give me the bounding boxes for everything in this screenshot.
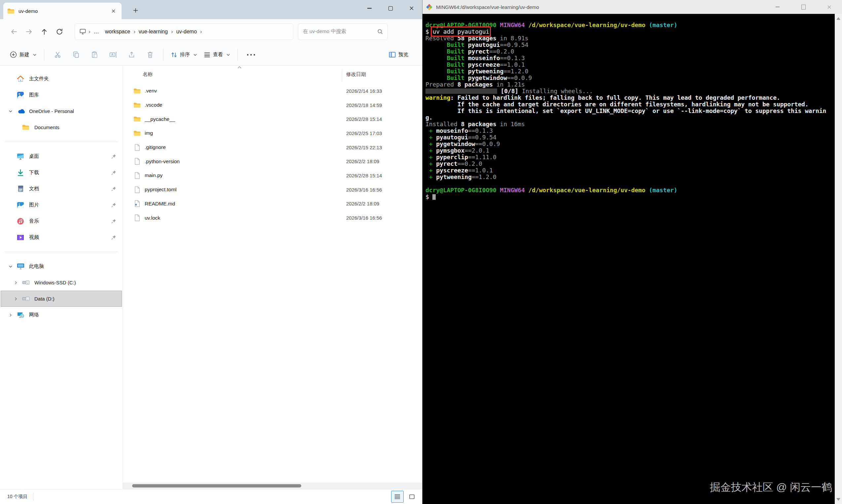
file-row[interactable]: img2026/2/25 17:03 xyxy=(123,126,422,140)
file-name: img xyxy=(145,130,153,136)
tab-close-icon[interactable] xyxy=(109,6,118,15)
new-tab-button[interactable] xyxy=(129,5,141,16)
chevron-right-icon[interactable] xyxy=(10,297,21,301)
terminal-scrollbar[interactable] xyxy=(835,14,842,504)
pin-icon xyxy=(111,202,116,208)
terminal-maximize-button[interactable] xyxy=(790,0,816,14)
sort-icon xyxy=(171,52,177,58)
desktop-icon xyxy=(16,153,25,160)
search-placeholder: 在 uv-demo 中搜索 xyxy=(303,28,346,35)
terminal-close-button[interactable] xyxy=(816,0,842,14)
breadcrumb-separator: › xyxy=(171,29,174,35)
status-bar: 10 个项目 xyxy=(0,489,422,504)
maximize-icon xyxy=(389,6,393,11)
file-row[interactable]: main.py2026/2/28 15:14 xyxy=(123,168,422,183)
file-row[interactable]: pyproject.toml2026/3/16 16:56 xyxy=(123,183,422,197)
breadcrumb-item[interactable]: vue-learning xyxy=(136,28,171,36)
terminal-line: + pyscreeze==1.0.1 xyxy=(426,167,835,174)
more-icon[interactable] xyxy=(244,48,258,61)
item-count: 10 个项目 xyxy=(7,494,28,500)
chevron-down-icon[interactable] xyxy=(5,109,16,113)
new-button[interactable]: 新建 xyxy=(6,49,40,61)
chevron-down-icon[interactable] xyxy=(5,265,16,269)
breadcrumb-overflow[interactable]: … xyxy=(91,29,102,35)
explorer-tab-bar: uv-demo xyxy=(0,0,422,19)
terminal-line: Resolved 58 packages in 8.91s xyxy=(426,35,835,42)
sidebar-item[interactable]: 主文件夹 xyxy=(1,71,122,87)
refresh-icon[interactable] xyxy=(54,26,65,37)
sidebar-item[interactable]: 图片 xyxy=(1,197,122,213)
sidebar-item[interactable]: 此电脑 xyxy=(1,258,122,274)
sidebar-item[interactable]: 下载 xyxy=(1,164,122,181)
sidebar-item[interactable]: Documents xyxy=(1,119,122,136)
details-view-button[interactable] xyxy=(391,491,404,503)
large-icons-view-button[interactable] xyxy=(406,491,418,503)
breadcrumb-item[interactable]: uv-demo xyxy=(174,28,199,36)
scroll-down-icon[interactable] xyxy=(836,498,840,501)
sidebar-item-label: Documents xyxy=(34,125,59,130)
file-row[interactable]: __pycache__2026/2/28 15:14 xyxy=(123,112,422,126)
horizontal-scrollbar-thumb[interactable] xyxy=(132,484,301,487)
forward-icon[interactable] xyxy=(24,26,34,37)
terminal-line: g. xyxy=(426,114,835,121)
terminal-line: warning: Failed to hardlink files; falli… xyxy=(426,94,835,101)
preview-button[interactable]: 预览 xyxy=(386,49,412,60)
file-row[interactable]: uv.lock2026/3/16 16:56 xyxy=(123,211,422,225)
sidebar-item[interactable]: 视频 xyxy=(1,229,122,246)
paste-icon[interactable] xyxy=(87,48,102,61)
sidebar-item-label: 下载 xyxy=(29,169,39,176)
sidebar-item-label: 主文件夹 xyxy=(29,76,49,82)
column-header-date[interactable]: 修改日期 xyxy=(346,71,366,78)
sort-button[interactable]: 排序 xyxy=(167,49,200,61)
horizontal-scrollbar[interactable] xyxy=(123,483,422,489)
copy-icon[interactable] xyxy=(69,48,83,61)
breadcrumb[interactable]: ›…workspace›vue-learning›uv-demo› xyxy=(75,23,293,40)
file-row[interactable]: README.md2026/2/2 18:09 xyxy=(123,197,422,211)
delete-icon[interactable] xyxy=(143,48,157,61)
rename-icon[interactable] xyxy=(106,48,120,61)
explorer-tab[interactable]: uv-demo xyxy=(3,3,122,19)
column-header-name[interactable]: 名称 xyxy=(143,71,153,78)
chevron-right-icon[interactable] xyxy=(5,313,16,317)
search-box[interactable]: 在 uv-demo 中搜索 xyxy=(298,23,388,40)
file-row[interactable]: .gitignore2026/2/15 22:13 xyxy=(123,140,422,155)
file-date-modified: 2026/2/2 18:09 xyxy=(346,201,379,206)
scroll-up-icon[interactable] xyxy=(836,17,840,20)
back-icon[interactable] xyxy=(8,26,19,37)
view-button[interactable]: 查看 xyxy=(200,49,234,60)
file-row[interactable]: .vscode2026/2/18 14:59 xyxy=(123,98,422,112)
terminal-line: Built pytweening==1.2.0 xyxy=(426,68,835,75)
terminal-output[interactable]: dcry@LAPTOP-0G8I0O90 MINGW64 /d/workspac… xyxy=(423,14,835,504)
sidebar-item-label: 桌面 xyxy=(29,153,39,160)
terminal-minimize-button[interactable] xyxy=(765,0,790,14)
sidebar-item[interactable]: 图库 xyxy=(1,87,122,103)
pin-icon xyxy=(111,186,116,191)
terminal-line: Installed 8 packages in 16ms xyxy=(426,121,835,127)
sidebar-item[interactable]: 音乐 xyxy=(1,213,122,229)
file-name: __pycache__ xyxy=(145,116,175,122)
cut-icon[interactable] xyxy=(50,48,65,61)
sidebar-item-label: Data (D:) xyxy=(34,296,54,302)
up-icon[interactable] xyxy=(39,26,50,37)
minimize-button[interactable] xyxy=(359,0,380,17)
network-icon xyxy=(16,312,25,318)
sidebar-item[interactable]: Windows-SSD (C:) xyxy=(1,274,122,291)
git-icon xyxy=(426,4,433,11)
sidebar-item[interactable]: 桌面 xyxy=(1,148,122,164)
chevron-right-icon[interactable] xyxy=(10,281,21,285)
share-icon[interactable] xyxy=(124,48,139,61)
sidebar-item[interactable]: 文档 xyxy=(1,181,122,197)
close-button[interactable] xyxy=(401,0,422,17)
file-name: .venv xyxy=(145,88,157,94)
breadcrumb-item[interactable]: workspace xyxy=(102,28,133,36)
sidebar-item[interactable]: Data (D:) xyxy=(1,291,122,307)
file-row[interactable]: .python-version2026/2/2 18:09 xyxy=(123,154,422,168)
terminal-line: + pygetwindow==0.0.9 xyxy=(426,141,835,147)
sidebar-item[interactable]: OneDrive - Personal xyxy=(1,103,122,119)
file-date-modified: 2026/2/28 15:14 xyxy=(346,173,382,178)
file-row[interactable]: .venv2026/2/14 16:33 xyxy=(123,84,422,98)
file-date-modified: 2026/3/16 16:56 xyxy=(346,215,382,221)
sidebar-item[interactable]: 网络 xyxy=(1,307,122,323)
maximize-button[interactable] xyxy=(380,0,401,17)
sidebar-divider xyxy=(5,252,118,252)
